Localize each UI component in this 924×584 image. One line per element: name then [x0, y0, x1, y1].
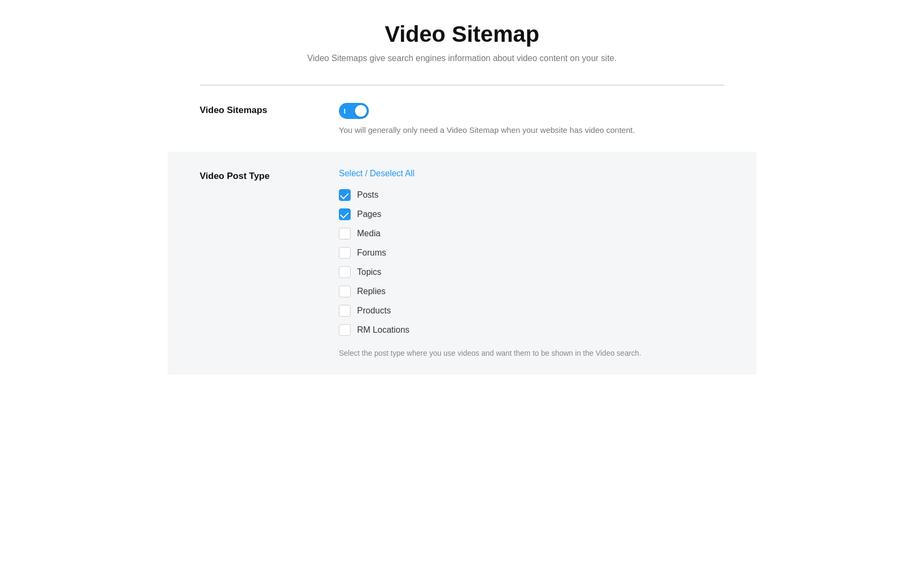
checkbox-topics[interactable] — [339, 266, 351, 278]
checkbox-forums[interactable] — [339, 247, 351, 259]
checkbox-rm-locations[interactable] — [339, 324, 351, 336]
page-header: Video Sitemap Video Sitemaps give search… — [200, 21, 724, 85]
video-sitemaps-label: Video Sitemaps — [200, 103, 307, 116]
checkbox-label-forums: Forums — [357, 248, 386, 258]
checkbox-item-posts[interactable]: Posts — [339, 189, 724, 201]
video-sitemaps-row: Video Sitemaps I You will generally only… — [200, 103, 724, 134]
checkbox-media[interactable] — [339, 228, 351, 239]
checkbox-item-replies[interactable]: Replies — [339, 286, 724, 297]
checkbox-label-media: Media — [357, 229, 381, 238]
video-sitemaps-hint: You will generally only need a Video Sit… — [339, 125, 649, 134]
checkbox-pages[interactable] — [339, 208, 351, 220]
video-post-type-content: Select / Deselect All Posts Pages — [339, 169, 724, 357]
checkbox-label-products: Products — [357, 306, 391, 316]
page-title: Video Sitemap — [200, 21, 724, 47]
toggle-thumb — [355, 105, 367, 117]
checkbox-label-replies: Replies — [357, 287, 385, 296]
video-sitemaps-toggle[interactable]: I — [339, 103, 369, 119]
checkbox-item-products[interactable]: Products — [339, 305, 724, 317]
video-sitemaps-content: I You will generally only need a Video S… — [339, 103, 724, 134]
checkbox-label-rm-locations: RM Locations — [357, 325, 410, 335]
video-post-type-row: Video Post Type Select / Deselect All Po… — [200, 169, 724, 357]
page-subtitle: Video Sitemaps give search engines infor… — [200, 54, 724, 63]
checkbox-item-topics[interactable]: Topics — [339, 266, 724, 278]
checkbox-item-forums[interactable]: Forums — [339, 247, 724, 259]
checkbox-item-media[interactable]: Media — [339, 228, 724, 239]
checkbox-replies[interactable] — [339, 286, 351, 297]
toggle-on-icon: I — [344, 108, 346, 115]
checkbox-posts[interactable] — [339, 189, 351, 201]
page-container: Video Sitemap Video Sitemaps give search… — [168, 0, 756, 396]
video-post-type-section: Video Post Type Select / Deselect All Po… — [168, 152, 756, 375]
checkbox-label-topics: Topics — [357, 267, 381, 277]
video-sitemaps-section: Video Sitemaps I You will generally only… — [200, 85, 724, 152]
checkbox-label-posts: Posts — [357, 190, 378, 200]
select-deselect-all-link[interactable]: Select / Deselect All — [339, 169, 414, 178]
post-type-hint: Select the post type where you use video… — [339, 349, 703, 357]
checkbox-item-pages[interactable]: Pages — [339, 208, 724, 220]
video-post-type-label: Video Post Type — [200, 169, 307, 182]
toggle-track: I — [339, 103, 369, 119]
checkbox-label-pages: Pages — [357, 209, 381, 219]
checkbox-list: Posts Pages Media Forums — [339, 189, 724, 336]
checkbox-item-rm-locations[interactable]: RM Locations — [339, 324, 724, 336]
checkbox-products[interactable] — [339, 305, 351, 317]
